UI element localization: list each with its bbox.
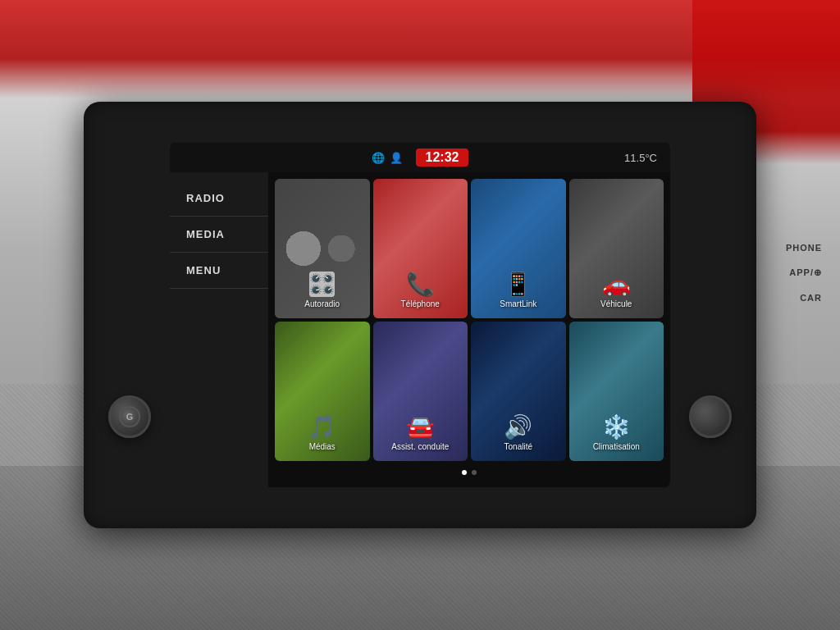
autoradio-icon: 🎛️: [308, 271, 336, 298]
temperature-display: 11.5°C: [624, 152, 657, 164]
vehicule-icon: 🚗: [602, 271, 631, 298]
smartlink-icon: 📱: [504, 271, 532, 298]
nav-item-radio[interactable]: RADIO: [170, 180, 268, 217]
app-grid: 🎛️ Autoradio 📞 Téléphone: [268, 172, 670, 487]
tonalite-icon: 🔊: [504, 413, 532, 441]
left-knob-symbol: G: [126, 412, 134, 422]
infotainment-unit: G 🌐 👤 12:32 11.5°C RADIO MEDIA: [84, 102, 756, 528]
tile-assist-content: 🚘 Assist. conduite: [373, 322, 468, 456]
tile-tonalite-content: 🔊 Tonalité: [471, 322, 566, 456]
tile-medias-label: Médias: [309, 442, 336, 451]
nav-item-media[interactable]: MEDIA: [170, 217, 268, 253]
status-icons: 🌐 👤: [372, 152, 403, 164]
medias-icon: 🎵: [308, 413, 336, 441]
status-bar: 🌐 👤 12:32 11.5°C: [170, 143, 670, 172]
left-knob-inner: G: [119, 406, 140, 427]
phone-button[interactable]: PHONE: [786, 243, 822, 253]
time-display: 12:32: [416, 148, 469, 167]
assist-icon: 🚘: [406, 413, 435, 441]
telephone-icon: 📞: [406, 271, 435, 298]
tile-smartlink-content: 📱 SmartLink: [471, 179, 566, 313]
tile-assist-conduite[interactable]: 🚘 Assist. conduite: [373, 322, 468, 461]
tile-clim-content: ❄️ Climatisation: [569, 322, 664, 456]
tile-autoradio-label: Autoradio: [304, 299, 340, 308]
nav-item-menu[interactable]: MENU: [170, 253, 268, 289]
grid-row-2: 🎵 Médias 🚘 Assist. conduite: [275, 322, 664, 461]
climatisation-icon: ❄️: [602, 413, 631, 441]
app-button[interactable]: APP/⊕: [786, 267, 822, 278]
tile-vehicule-content: 🚗 Véhicule: [569, 179, 664, 313]
page-dot-1[interactable]: [462, 470, 467, 475]
globe-icon: 🌐: [372, 152, 385, 164]
tile-smartlink[interactable]: 📱 SmartLink: [471, 179, 566, 318]
tile-smartlink-label: SmartLink: [500, 299, 536, 308]
side-buttons-right: PHONE APP/⊕ CAR: [786, 243, 822, 303]
tile-medias-content: 🎵 Médias: [275, 322, 370, 456]
car-button[interactable]: CAR: [786, 293, 822, 303]
page-dots: [275, 464, 664, 481]
right-knob-button[interactable]: [689, 395, 732, 438]
bluetooth-icon: 👤: [390, 152, 403, 164]
tile-telephone[interactable]: 📞 Téléphone: [373, 179, 468, 318]
tile-climatisation[interactable]: ❄️ Climatisation: [569, 322, 664, 461]
main-screen: 🌐 👤 12:32 11.5°C RADIO MEDIA MENU: [170, 143, 670, 487]
tile-climatisation-label: Climatisation: [593, 442, 640, 451]
tile-vehicule-label: Véhicule: [600, 299, 632, 308]
page-dot-2[interactable]: [472, 470, 477, 475]
tile-autoradio-content: 🎛️ Autoradio: [275, 179, 370, 313]
tile-telephone-content: 📞 Téléphone: [373, 179, 468, 313]
left-navigation: RADIO MEDIA MENU: [170, 172, 268, 487]
car-dashboard: G 🌐 👤 12:32 11.5°C RADIO MEDIA: [0, 0, 840, 630]
screen-content: RADIO MEDIA MENU 🎛️ Autoradio: [170, 172, 670, 487]
tile-tonalite[interactable]: 🔊 Tonalité: [471, 322, 566, 461]
tile-tonalite-label: Tonalité: [504, 442, 532, 451]
tile-telephone-label: Téléphone: [401, 299, 440, 308]
grid-row-1: 🎛️ Autoradio 📞 Téléphone: [275, 179, 664, 318]
tile-vehicule[interactable]: 🚗 Véhicule: [569, 179, 664, 318]
tile-assist-label: Assist. conduite: [391, 442, 449, 451]
tile-medias[interactable]: 🎵 Médias: [275, 322, 370, 461]
tile-autoradio[interactable]: 🎛️ Autoradio: [275, 179, 370, 318]
left-knob-button[interactable]: G: [108, 395, 151, 438]
